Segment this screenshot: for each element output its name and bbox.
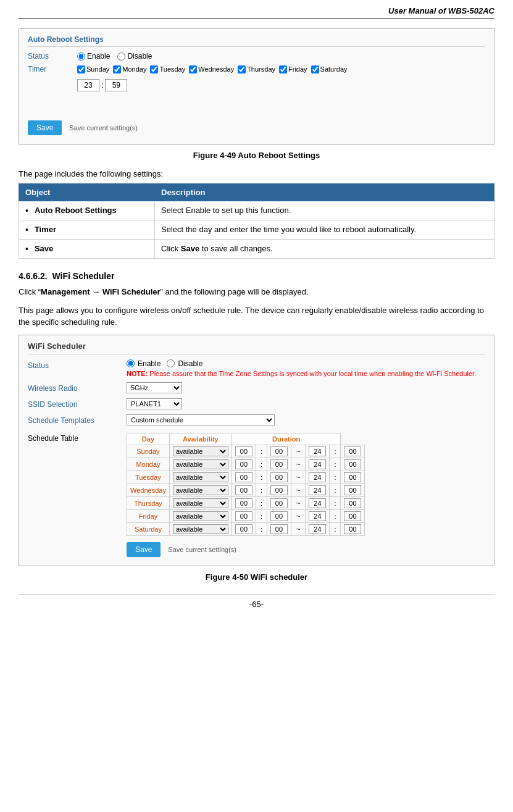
from-hour-monday[interactable] (235, 459, 252, 469)
table-row: Timer Select the day and enter the time … (19, 220, 494, 240)
day-thursday[interactable]: Thursday (238, 65, 275, 73)
wifi-enable-radio[interactable] (127, 359, 135, 367)
sched-fromh-cell-1 (231, 458, 256, 471)
sched-day-thursday: Thursday (127, 496, 170, 509)
from-hour-tuesday[interactable] (235, 472, 252, 482)
wifi-status-controls: Enable Disable NOTE: Please assure that … (127, 359, 485, 377)
reboot-minute-input[interactable] (105, 79, 127, 91)
avail-select-friday[interactable]: available unavailable (173, 511, 228, 521)
wifi-save-row: Save Save current setting(s) (127, 542, 485, 557)
obj-timer: Timer (19, 220, 155, 240)
sched-tilde-4: ~ (291, 496, 305, 509)
avail-select-tuesday[interactable]: available unavailable (173, 472, 228, 482)
to-hour-saturday[interactable] (309, 524, 326, 534)
day-saturday[interactable]: Saturday (311, 65, 348, 73)
wifi-enable-label[interactable]: Enable (127, 359, 161, 368)
to-hour-wednesday[interactable] (309, 485, 326, 495)
wifi-form-title: WiFi Scheduler (28, 341, 485, 354)
sched-tilde-1: ~ (291, 458, 305, 471)
wifi-disable-radio[interactable] (167, 359, 175, 367)
from-min-tuesday[interactable] (270, 472, 288, 482)
sched-tom-cell-3 (341, 483, 365, 496)
col-availability: Availability (169, 433, 231, 445)
reboot-save-row: Save Save current setting(s) (28, 120, 485, 135)
wifi-save-button[interactable]: Save (127, 542, 161, 557)
figure50-caption: Figure 4-50 WiFi scheduler (19, 572, 494, 582)
to-hour-monday[interactable] (309, 459, 326, 469)
sched-tilde-6: ~ (291, 522, 305, 535)
from-min-saturday[interactable] (270, 524, 288, 534)
from-min-sunday[interactable] (270, 446, 288, 456)
from-min-wednesday[interactable] (270, 485, 288, 495)
enable-radio[interactable] (77, 52, 85, 61)
to-hour-friday[interactable] (309, 511, 326, 521)
to-min-saturday[interactable] (344, 524, 361, 534)
from-hour-saturday[interactable] (235, 524, 252, 534)
to-hour-sunday[interactable] (309, 446, 326, 456)
figure50-text: WiFi scheduler (248, 572, 307, 582)
schedule-templates-select[interactable]: Custom schedule (127, 414, 275, 425)
disable-radio-label[interactable]: Disable (117, 52, 152, 61)
sched-fromm-cell-3 (267, 483, 291, 496)
sched-fromh-cell-3 (231, 483, 256, 496)
sched-toh-cell-6 (306, 522, 330, 535)
sched-toh-cell-0 (306, 445, 330, 458)
sched-fromm-cell-4 (267, 496, 291, 509)
sched-tom-cell-2 (341, 471, 365, 483)
sched-tilde-0: ~ (291, 445, 305, 458)
day-wednesday[interactable]: Wednesday (189, 65, 234, 73)
to-min-tuesday[interactable] (344, 472, 361, 482)
wireless-radio-select[interactable]: 5GHz 2.4GHz (127, 382, 182, 393)
enable-radio-label[interactable]: Enable (77, 52, 110, 61)
from-hour-sunday[interactable] (235, 446, 252, 456)
day-friday[interactable]: Friday (279, 65, 307, 73)
wireless-radio-row: Wireless Radio 5GHz 2.4GHz (28, 382, 485, 393)
sched-row: Monday available unavailable : ~ : (127, 458, 365, 471)
sched-day-wednesday: Wednesday (127, 483, 170, 496)
sched-fromm-cell-6 (267, 522, 291, 535)
sched-toh-cell-2 (306, 471, 330, 483)
reboot-save-button[interactable]: Save (28, 120, 62, 135)
sched-avail-cell-1: available unavailable (169, 458, 231, 471)
avail-select-saturday[interactable]: available unavailable (173, 524, 228, 534)
avail-select-wednesday[interactable]: available unavailable (173, 485, 228, 495)
disable-radio[interactable] (117, 52, 125, 61)
col-object: Object (19, 184, 155, 201)
avail-select-monday[interactable]: available unavailable (173, 459, 228, 469)
sched-colon1-6: : (256, 522, 267, 535)
wireless-radio-label: Wireless Radio (28, 382, 127, 393)
to-min-monday[interactable] (344, 459, 361, 469)
col-day: Day (127, 433, 170, 445)
sched-tom-cell-0 (341, 445, 365, 458)
to-min-friday[interactable] (344, 511, 361, 521)
page-header: User Manual of WBS-502AC (19, 6, 494, 19)
figure49-text: Auto Reboot Settings (236, 151, 320, 160)
day-tuesday[interactable]: Tuesday (150, 65, 185, 73)
to-min-thursday[interactable] (344, 498, 361, 508)
from-min-monday[interactable] (270, 459, 288, 469)
to-min-sunday[interactable] (344, 446, 361, 456)
sched-colon2-1: : (330, 458, 341, 471)
from-hour-thursday[interactable] (235, 498, 252, 508)
to-min-wednesday[interactable] (344, 485, 361, 495)
to-hour-thursday[interactable] (309, 498, 326, 508)
day-monday[interactable]: Monday (113, 65, 146, 73)
obj-timer-label: Timer (35, 225, 56, 234)
ssid-select[interactable]: PLANET1 (127, 398, 182, 409)
from-min-thursday[interactable] (270, 498, 288, 508)
reboot-hour-input[interactable] (77, 79, 99, 91)
sched-tom-cell-5 (341, 509, 365, 522)
from-min-friday[interactable] (270, 511, 288, 521)
figure49-label: Figure 4-49 (193, 151, 236, 160)
avail-select-thursday[interactable]: available unavailable (173, 498, 228, 508)
day-sunday[interactable]: Sunday (77, 65, 109, 73)
from-hour-friday[interactable] (235, 511, 252, 521)
avail-select-sunday[interactable]: available unavailable (173, 446, 228, 456)
reboot-save-note: Save current setting(s) (69, 124, 138, 132)
to-hour-tuesday[interactable] (309, 472, 326, 482)
page-description: This page allows you to configure wirele… (19, 304, 494, 329)
schedule-table-area: Day Availability Duration Sunday availab… (127, 433, 485, 536)
sched-row: Friday available unavailable : ~ : (127, 509, 365, 522)
wifi-disable-label[interactable]: Disable (167, 359, 202, 368)
from-hour-wednesday[interactable] (235, 485, 252, 495)
